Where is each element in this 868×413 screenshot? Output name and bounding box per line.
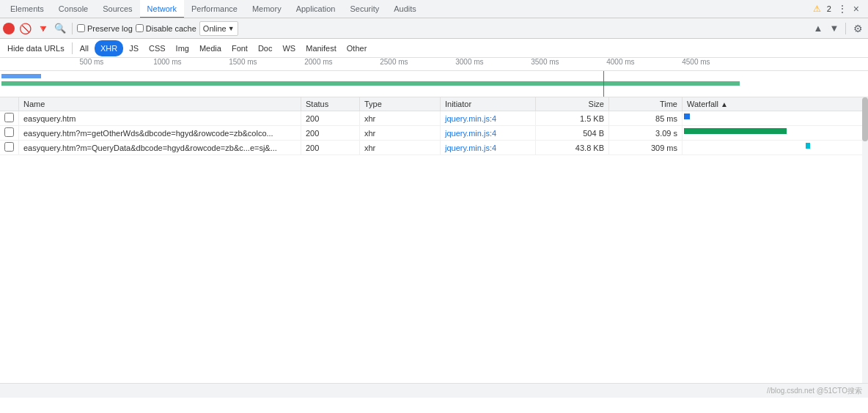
cell-size: 504 B — [536, 126, 609, 141]
tab-sources[interactable]: Sources — [95, 0, 139, 18]
tick-2: 1500 ms — [227, 58, 257, 66]
network-table-container[interactable]: Name Status Type Initiator Size Time Wat… — [0, 97, 868, 383]
cell-name[interactable]: easyquery.htm?m=getOtherWds&dbcode=hgyd&… — [19, 126, 301, 141]
tab-memory[interactable]: Memory — [245, 0, 289, 18]
disable-cache-checkbox[interactable] — [136, 24, 144, 32]
timeline-blue-bar — [1, 74, 40, 78]
filter-css[interactable]: CSS — [144, 40, 170, 56]
col-status-header[interactable]: Status — [301, 97, 360, 111]
tick-7: 4000 ms — [605, 58, 634, 66]
preserve-log-checkbox[interactable] — [77, 24, 85, 32]
table-row[interactable]: easyquery.htm?m=QueryData&dbcode=hgyd&ro… — [0, 141, 868, 155]
filter-hide-data-urls[interactable]: Hide data URLs — [3, 40, 69, 56]
cell-size: 1.5 KB — [536, 111, 609, 126]
cell-waterfall — [683, 126, 868, 141]
waterfall-bar — [684, 114, 690, 119]
settings-button[interactable]: ⚙ — [850, 21, 865, 36]
col-size-header[interactable]: Size — [536, 97, 609, 111]
cell-initiator[interactable]: jquery.min.js:4 — [441, 126, 536, 141]
warning-count: 2 — [827, 4, 831, 13]
tab-console[interactable]: Console — [51, 0, 95, 18]
import-button[interactable]: ▲ — [812, 22, 825, 35]
settings-icon[interactable]: ⋮ — [837, 3, 847, 15]
cell-type: xhr — [360, 126, 441, 141]
col-type-header[interactable]: Type — [360, 97, 441, 111]
tab-security[interactable]: Security — [342, 0, 386, 18]
preserve-log-label[interactable]: Preserve log — [77, 24, 133, 33]
tab-performance[interactable]: Performance — [184, 0, 245, 18]
filter-media[interactable]: Media — [195, 40, 226, 56]
tick-3: 2000 ms — [303, 58, 332, 66]
filter-bar: Hide data URLs All XHR JS CSS Img Media … — [0, 39, 868, 58]
tab-audits[interactable]: Audits — [386, 0, 424, 18]
row-select-checkbox[interactable] — [4, 142, 14, 152]
network-table: Name Status Type Initiator Size Time Wat… — [0, 97, 868, 155]
tick-0: 500 ms — [78, 58, 104, 66]
cell-name[interactable]: easyquery.htm — [19, 111, 301, 126]
filter-doc[interactable]: Doc — [254, 40, 277, 56]
col-name-header[interactable]: Name — [19, 97, 301, 111]
filter-other[interactable]: Other — [342, 40, 372, 56]
tab-application[interactable]: Application — [289, 0, 343, 18]
cell-name[interactable]: easyquery.htm?m=QueryData&dbcode=hgyd&ro… — [19, 141, 301, 155]
filter-js[interactable]: JS — [125, 40, 143, 56]
col-waterfall-header[interactable]: Waterfall ▲ — [683, 97, 868, 111]
tick-8: 4500 ms — [680, 58, 710, 66]
col-checkbox-header[interactable] — [0, 97, 19, 111]
record-button[interactable] — [3, 23, 15, 34]
timeline-red-line — [603, 71, 604, 97]
search-button[interactable]: 🔍 — [53, 21, 67, 36]
cell-type: xhr — [360, 141, 441, 155]
filter-img[interactable]: Img — [172, 40, 194, 56]
table-row[interactable]: easyquery.htm200xhrjquery.min.js:41.5 KB… — [0, 111, 868, 126]
toolbar: 🚫 🔻 🔍 Preserve log Disable cache Online … — [0, 18, 868, 39]
tick-5: 3000 ms — [454, 58, 483, 66]
cell-time: 309 ms — [609, 141, 683, 155]
network-throttle-select[interactable]: Online ▼ — [199, 21, 238, 36]
cell-initiator[interactable]: jquery.min.js:4 — [441, 141, 536, 155]
cell-waterfall — [683, 111, 868, 126]
timeline-area: 500 ms 1000 ms 1500 ms 2000 ms 2500 ms 3… — [0, 58, 868, 97]
cell-status: 200 — [301, 141, 360, 155]
chevron-down-icon: ▼ — [228, 25, 235, 32]
row-select-checkbox[interactable] — [4, 113, 14, 122]
filter-font[interactable]: Font — [227, 40, 252, 56]
tick-1: 1000 ms — [152, 58, 181, 66]
disable-cache-label[interactable]: Disable cache — [136, 24, 196, 33]
col-initiator-header[interactable]: Initiator — [441, 97, 536, 111]
filter-button[interactable]: 🔻 — [35, 21, 50, 36]
col-time-header[interactable]: Time — [609, 97, 683, 111]
scrollbar-thumb[interactable] — [862, 97, 868, 141]
timeline-chart[interactable] — [0, 71, 868, 97]
table-body: easyquery.htm200xhrjquery.min.js:41.5 KB… — [0, 111, 868, 155]
clear-button[interactable]: 🚫 — [18, 21, 32, 36]
cell-initiator[interactable]: jquery.min.js:4 — [441, 111, 536, 126]
table-row[interactable]: easyquery.htm?m=getOtherWds&dbcode=hgyd&… — [0, 126, 868, 141]
filter-all[interactable]: All — [76, 40, 93, 56]
cell-waterfall — [683, 141, 868, 155]
tick-4: 2500 ms — [378, 58, 408, 66]
cell-status: 200 — [301, 111, 360, 126]
waterfall-bar — [806, 143, 810, 149]
scrollbar-track[interactable] — [862, 97, 868, 383]
tick-6: 3500 ms — [529, 58, 559, 66]
filter-xhr[interactable]: XHR — [95, 40, 123, 56]
timeline-green-bar — [1, 81, 739, 86]
cell-time: 85 ms — [609, 111, 683, 126]
filter-manifest[interactable]: Manifest — [301, 40, 341, 56]
filter-separator — [72, 42, 73, 54]
waterfall-bar — [684, 128, 787, 134]
tab-network[interactable]: Network — [140, 0, 184, 18]
timeline-ruler: 500 ms 1000 ms 1500 ms 2000 ms 2500 ms 3… — [0, 58, 868, 71]
filter-ws[interactable]: WS — [278, 40, 300, 56]
row-select-checkbox[interactable] — [4, 127, 14, 137]
export-button[interactable]: ▼ — [828, 22, 841, 35]
cell-time: 3.09 s — [609, 126, 683, 141]
watermark-text: //blog.csdn.net @51CTO搜索 — [767, 386, 862, 396]
warning-icon[interactable]: ⚠ — [813, 4, 821, 14]
tab-elements[interactable]: Elements — [3, 0, 51, 18]
cell-status: 200 — [301, 126, 360, 141]
cell-size: 43.8 KB — [536, 141, 609, 155]
close-icon[interactable]: × — [853, 3, 859, 15]
cell-type: xhr — [360, 111, 441, 126]
